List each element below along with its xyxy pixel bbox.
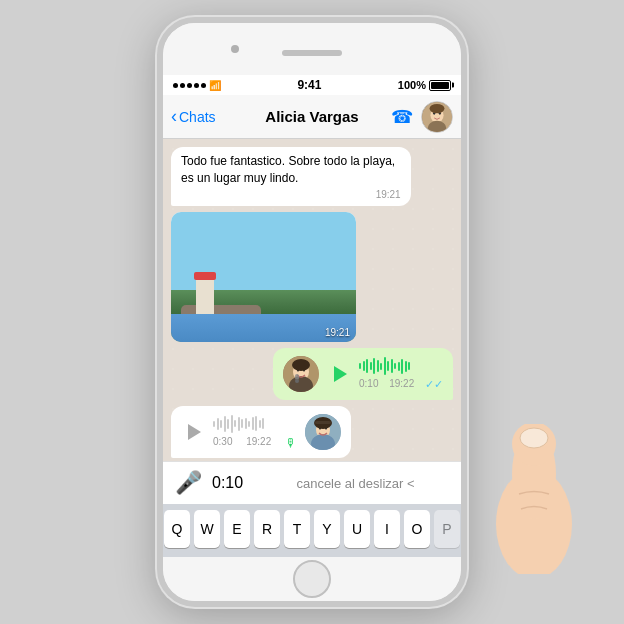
hand-overlay	[479, 424, 589, 574]
signal-dot-5	[201, 83, 206, 88]
voice-duration-received: 0:30	[213, 436, 232, 450]
signal-dots	[173, 83, 206, 88]
bar	[238, 417, 240, 431]
svg-point-11	[292, 359, 310, 371]
bar	[359, 363, 361, 369]
bar	[262, 418, 264, 429]
voice-time-received: 19:22	[246, 436, 271, 450]
bar	[227, 419, 229, 429]
chat-area: Todo fue fantastico. Sobre todo la playa…	[163, 139, 461, 461]
bar	[248, 421, 250, 427]
bar	[231, 415, 233, 433]
voice-avatar-girl	[305, 414, 341, 450]
phone: 📶 9:41 100% ‹ Chats Alicia Vargas ☎	[157, 17, 467, 607]
image-content: 19:21	[171, 212, 356, 342]
chevron-left-icon: ‹	[171, 107, 177, 125]
image-bubble: 19:21	[171, 212, 356, 342]
double-check-icon: ✓✓	[425, 378, 443, 391]
message-row-1: Todo fue fantastico. Sobre todo la playa…	[171, 147, 453, 206]
keyboard-row-1: Q W E R T Y U I O P	[165, 510, 459, 548]
recording-bar: 🎤 0:10 cancele al deslizar <	[163, 461, 461, 504]
mic-recording-icon: 🎤	[175, 470, 202, 496]
phone-bezel-top	[163, 23, 461, 75]
bar	[366, 359, 368, 373]
bar	[259, 420, 261, 428]
image-time: 19:21	[325, 327, 350, 338]
bar	[398, 362, 400, 371]
battery-icon	[429, 80, 451, 91]
battery-area: 100%	[398, 79, 451, 91]
message-row-4: 0:30 19:22 🎙	[171, 406, 453, 458]
bar	[394, 363, 396, 369]
bar	[384, 357, 386, 375]
signal-dot-4	[194, 83, 199, 88]
key-o[interactable]: O	[404, 510, 430, 548]
home-button[interactable]	[293, 560, 331, 598]
waveform-bars-sent	[359, 356, 443, 376]
signal-dot-1	[173, 83, 178, 88]
play-button-received[interactable]	[181, 420, 205, 444]
avatar-svg	[422, 101, 452, 133]
nav-bar: ‹ Chats Alicia Vargas ☎	[163, 95, 461, 139]
voice-time-sent: 19:22	[389, 378, 414, 391]
key-i[interactable]: I	[374, 510, 400, 548]
key-q[interactable]: Q	[164, 510, 190, 548]
voice-bubble-received: 0:30 19:22 🎙	[171, 406, 351, 458]
svg-point-13	[295, 379, 299, 383]
speaker	[282, 50, 342, 56]
bar	[401, 359, 403, 374]
waveform-bars-received	[213, 414, 297, 434]
message-row-3: 0:10 19:22 ✓✓	[171, 348, 453, 400]
key-e[interactable]: E	[224, 510, 250, 548]
camera-dot	[231, 45, 239, 53]
key-p[interactable]: P	[434, 510, 460, 548]
svg-point-24	[520, 428, 548, 448]
back-label: Chats	[179, 109, 216, 125]
voice-bubble-sent: 0:10 19:22 ✓✓	[273, 348, 453, 400]
lighthouse	[196, 272, 214, 317]
recording-time: 0:10	[212, 474, 252, 492]
message-time-1: 19:21	[181, 189, 401, 200]
bar	[405, 361, 407, 372]
bar	[217, 418, 219, 430]
key-t[interactable]: T	[284, 510, 310, 548]
waveform-received: 0:30 19:22 🎙	[213, 414, 297, 450]
waveform-time-received: 0:30 19:22 🎙	[213, 436, 297, 450]
keyboard: Q W E R T Y U I O P	[163, 504, 461, 557]
phone-bezel-bottom	[163, 557, 461, 601]
bar	[255, 416, 257, 431]
girl-avatar-svg	[305, 414, 341, 450]
waveform-sent: 0:10 19:22 ✓✓	[359, 356, 443, 391]
key-r[interactable]: R	[254, 510, 280, 548]
battery-fill	[431, 82, 449, 89]
back-button[interactable]: ‹ Chats	[171, 108, 216, 125]
bar	[370, 362, 372, 370]
waveform-time-sent: 0:10 19:22 ✓✓	[359, 378, 443, 391]
key-u[interactable]: U	[344, 510, 370, 548]
bar	[234, 420, 236, 427]
scene: 📶 9:41 100% ‹ Chats Alicia Vargas ☎	[0, 0, 624, 624]
play-button-sent[interactable]	[327, 362, 351, 386]
lighthouse-top	[194, 272, 216, 280]
cancel-label: cancele al deslizar <	[262, 476, 449, 491]
bar	[380, 363, 382, 370]
signal-area: 📶	[173, 80, 221, 91]
play-triangle-gray-icon	[188, 424, 201, 440]
bar	[363, 361, 365, 371]
bar	[241, 419, 243, 428]
signal-dot-3	[187, 83, 192, 88]
play-triangle-icon	[334, 366, 347, 382]
key-y[interactable]: Y	[314, 510, 340, 548]
signal-dot-2	[180, 83, 185, 88]
contact-avatar[interactable]	[421, 101, 453, 133]
bar	[213, 421, 215, 427]
battery-pct: 100%	[398, 79, 426, 91]
bar	[377, 360, 379, 372]
voice-avatar-man	[283, 356, 319, 392]
call-icon[interactable]: ☎	[391, 106, 413, 128]
status-time: 9:41	[297, 78, 321, 92]
bar	[391, 359, 393, 373]
nav-title: Alicia Vargas	[265, 108, 358, 125]
wifi-icon: 📶	[209, 80, 221, 91]
key-w[interactable]: W	[194, 510, 220, 548]
